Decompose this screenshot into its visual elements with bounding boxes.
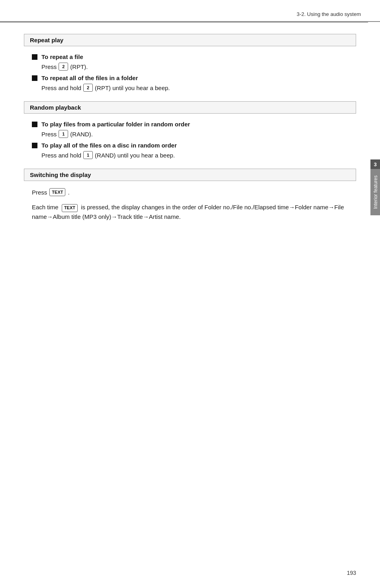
repeat-folder-content: To repeat all of the files in a folder P… bbox=[41, 75, 356, 92]
section-title: 3-2. Using the audio system bbox=[297, 11, 361, 17]
random-disc-key: 1 bbox=[83, 151, 93, 159]
switch-period: . bbox=[68, 189, 69, 196]
repeat-folder-item: To repeat all of the files in a folder P… bbox=[32, 75, 356, 92]
repeat-file-rpt: (RPT). bbox=[70, 63, 88, 70]
switch-description: Each time TEXT is pressed, the display c… bbox=[32, 203, 356, 222]
random-playback-section: Random playback To play files from a par… bbox=[24, 101, 356, 159]
random-disc-item: To play all of the files on a disc in ra… bbox=[32, 142, 356, 159]
random-folder-content: To play files from a particular folder i… bbox=[41, 121, 356, 138]
repeat-play-title: Repeat play bbox=[30, 37, 63, 43]
repeat-folder-title: To repeat all of the files in a folder bbox=[41, 75, 356, 81]
page-header: 3-2. Using the audio system bbox=[0, 0, 380, 22]
random-playback-bullets: To play files from a particular folder i… bbox=[32, 121, 356, 159]
repeat-play-section: Repeat play To repeat a file Press 2 (RP… bbox=[24, 34, 356, 92]
random-folder-press: Press bbox=[41, 131, 57, 138]
random-disc-body: Press and hold 1 (RAND) until you hear a… bbox=[41, 151, 356, 159]
repeat-folder-press: Press and hold bbox=[41, 85, 81, 91]
repeat-file-item: To repeat a file Press 2 (RPT). bbox=[32, 53, 356, 71]
switch-press-line: Press TEXT . bbox=[32, 188, 356, 196]
chapter-number: 3 bbox=[370, 159, 380, 169]
random-folder-key: 1 bbox=[59, 130, 68, 138]
bullet-square-4 bbox=[32, 143, 37, 148]
main-content: Repeat play To repeat a file Press 2 (RP… bbox=[0, 34, 380, 222]
random-disc-title: To play all of the files on a disc in ra… bbox=[41, 142, 356, 149]
chapter-label: Interior features bbox=[370, 169, 380, 215]
switch-text-key: TEXT bbox=[49, 188, 65, 196]
random-disc-content: To play all of the files on a disc in ra… bbox=[41, 142, 356, 159]
random-folder-body: Press 1 (RAND). bbox=[41, 130, 356, 138]
repeat-folder-key: 2 bbox=[83, 84, 93, 92]
repeat-folder-rpt: (RPT) until you hear a beep. bbox=[95, 85, 170, 91]
repeat-play-box: Repeat play bbox=[24, 34, 356, 46]
random-folder-rand: (RAND). bbox=[70, 131, 93, 138]
side-tab-container: 3 Interior features bbox=[370, 159, 380, 215]
random-playback-box: Random playback bbox=[24, 101, 356, 114]
repeat-play-bullets: To repeat a file Press 2 (RPT). To repea… bbox=[32, 53, 356, 92]
repeat-file-title: To repeat a file bbox=[41, 53, 356, 60]
bullet-square-1 bbox=[32, 54, 37, 60]
page-number: 193 bbox=[347, 570, 356, 576]
switching-display-box: Switching the display bbox=[24, 169, 356, 181]
switch-press-text: Press bbox=[32, 189, 47, 196]
random-folder-item: To play files from a particular folder i… bbox=[32, 121, 356, 138]
repeat-file-content: To repeat a file Press 2 (RPT). bbox=[41, 53, 356, 71]
switching-display-content: Press TEXT . Each time TEXT is pressed, … bbox=[32, 188, 356, 222]
random-disc-rand: (RAND) until you hear a beep. bbox=[95, 152, 175, 159]
random-playback-title: Random playback bbox=[30, 104, 81, 111]
repeat-folder-body: Press and hold 2 (RPT) until you hear a … bbox=[41, 84, 356, 92]
switching-display-title: Switching the display bbox=[30, 171, 91, 178]
switching-display-section: Switching the display Press TEXT . Each … bbox=[24, 169, 356, 222]
switch-desc-after: is pressed, the display changes in the o… bbox=[32, 204, 344, 220]
random-disc-press: Press and hold bbox=[41, 152, 81, 159]
repeat-file-press: Press bbox=[41, 63, 57, 70]
bullet-square-3 bbox=[32, 122, 37, 127]
repeat-file-key: 2 bbox=[59, 63, 68, 71]
switch-desc-before: Each time bbox=[32, 204, 59, 210]
switch-desc-key: TEXT bbox=[62, 204, 78, 212]
bullet-square-2 bbox=[32, 75, 37, 81]
random-folder-title: To play files from a particular folder i… bbox=[41, 121, 356, 128]
repeat-file-body: Press 2 (RPT). bbox=[41, 63, 356, 71]
